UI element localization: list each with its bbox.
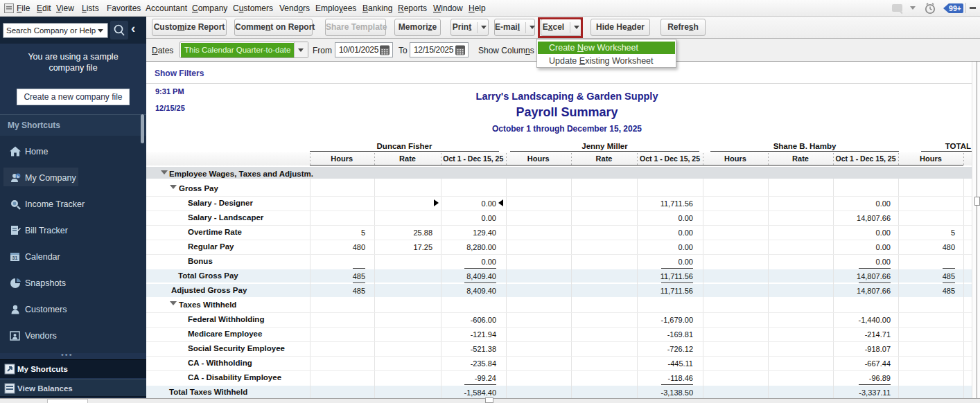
svg-text:99+: 99+ <box>949 4 961 12</box>
svg-text:31: 31 <box>12 256 18 260</box>
